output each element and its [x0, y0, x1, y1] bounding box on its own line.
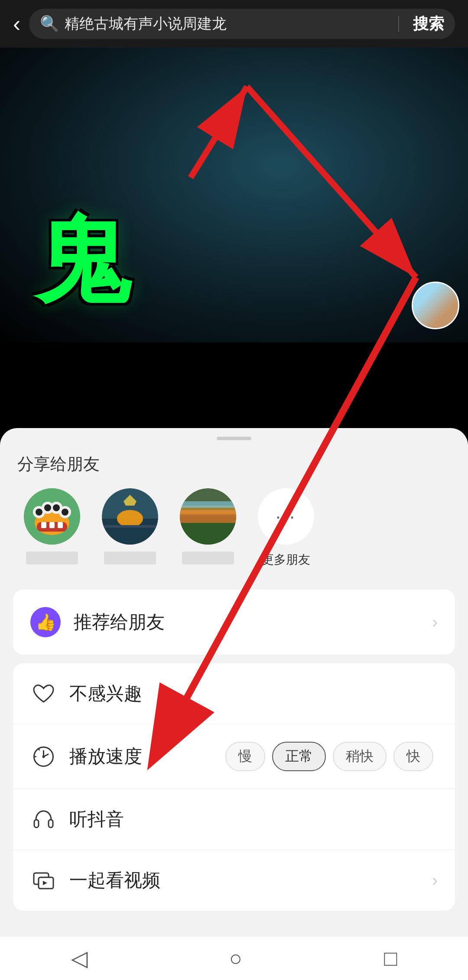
sheet-handle	[217, 437, 251, 440]
search-box[interactable]: 🔍 精绝古城有声小说周建龙 搜索	[29, 9, 455, 39]
recommend-label: 推荐给朋友	[74, 610, 419, 634]
svg-rect-19	[58, 522, 63, 528]
svg-rect-17	[41, 522, 46, 528]
svg-point-14	[53, 504, 60, 511]
nav-recent-button[interactable]: □	[384, 946, 397, 971]
top-bar: ‹ 🔍 精绝古城有声小说周建龙 搜索	[0, 0, 468, 48]
thumb-up-icon: 👍	[30, 607, 61, 637]
friend-avatar-1	[24, 488, 80, 545]
speed-slightly-fast[interactable]: 稍快	[333, 742, 387, 771]
svg-rect-29	[180, 501, 236, 508]
more-dots-icon: ···	[276, 506, 297, 527]
svg-point-12	[36, 509, 42, 516]
bottom-navigation: ◁ ○ □	[0, 937, 468, 980]
speed-fast[interactable]: 快	[393, 742, 433, 771]
more-friends-item[interactable]: ··· 更多朋友	[247, 488, 325, 568]
avatar	[412, 282, 459, 329]
more-friends-button[interactable]: ···	[258, 488, 314, 545]
search-query-text: 精绝古城有声小说周建龙	[65, 14, 393, 34]
svg-point-22	[117, 510, 143, 527]
bottom-sheet: 分享给朋友	[0, 428, 468, 937]
friend-avatar-2	[102, 488, 158, 545]
friend-avatar-3	[180, 488, 236, 545]
friend-item[interactable]	[169, 488, 247, 568]
ghost-character: 鬼	[35, 212, 130, 308]
recommend-item[interactable]: 👍 推荐给朋友 ›	[13, 590, 455, 655]
svg-line-2	[191, 87, 247, 178]
svg-rect-32	[34, 820, 39, 827]
friend-item[interactable]	[13, 488, 91, 568]
friend-name-2	[104, 552, 156, 565]
watch-together-label: 一起看视频	[69, 868, 419, 892]
heart-outline-icon	[30, 681, 56, 707]
nav-back-button[interactable]: ◁	[71, 946, 88, 971]
headphone-icon	[30, 806, 56, 832]
options-section: 不感兴趣 播放速度 慢 正常 稍快 快	[13, 663, 455, 911]
speed-slow[interactable]: 慢	[225, 742, 265, 771]
more-friends-label: 更多朋友	[262, 552, 310, 568]
monster-avatar	[24, 488, 80, 545]
listen-douyin-label: 听抖音	[69, 807, 438, 831]
playback-speed-label: 播放速度	[69, 744, 212, 769]
search-divider	[398, 16, 399, 32]
search-icon: 🔍	[40, 15, 59, 33]
speed-normal[interactable]: 正常	[272, 742, 326, 771]
watch-together-icon	[30, 867, 56, 893]
nav-home-button[interactable]: ○	[229, 946, 242, 971]
recommend-section: 👍 推荐给朋友 ›	[13, 590, 455, 655]
speed-options: 慢 正常 稍快 快	[225, 742, 438, 771]
friends-row: ··· 更多朋友	[0, 488, 468, 581]
svg-point-31	[42, 755, 45, 758]
svg-rect-23	[102, 525, 158, 528]
not-interested-label: 不感兴趣	[69, 681, 438, 706]
friend-item[interactable]	[91, 488, 169, 568]
svg-line-3	[247, 87, 416, 277]
not-interested-item[interactable]: 不感兴趣	[13, 663, 455, 724]
chevron-right-icon-2: ›	[432, 871, 438, 890]
speed-icon	[30, 743, 56, 769]
search-button[interactable]: 搜索	[413, 13, 444, 35]
svg-rect-18	[49, 522, 55, 528]
friend-name-3	[182, 552, 234, 565]
listen-douyin-item[interactable]: 听抖音	[13, 789, 455, 850]
chevron-right-icon: ›	[432, 613, 438, 632]
svg-point-15	[62, 509, 68, 516]
svg-point-13	[44, 504, 51, 511]
friend-name-1	[26, 552, 78, 565]
playback-speed-item[interactable]: 播放速度 慢 正常 稍快 快	[13, 724, 455, 789]
svg-rect-33	[49, 820, 53, 827]
video-area: 鬼	[0, 48, 468, 342]
back-button[interactable]: ‹	[13, 13, 20, 35]
avatar-image	[413, 283, 458, 328]
watch-together-item[interactable]: 一起看视频 ›	[13, 850, 455, 911]
share-title: 分享给朋友	[0, 453, 468, 488]
